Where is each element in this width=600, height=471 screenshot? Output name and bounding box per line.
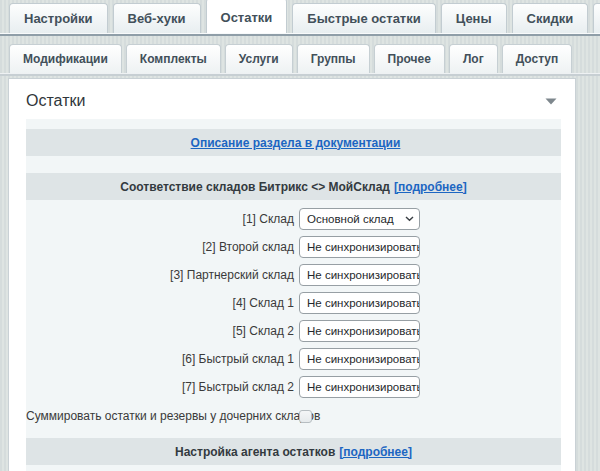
selected-value: Не синхронизировать [307,381,420,393]
sub-tab-divider [0,73,600,76]
selected-value: Не синхронизировать [307,353,420,365]
warehouse-label: [4] Склад 1 [26,296,294,310]
table-row: [3] Партнерский склад Не синхронизироват… [26,261,561,289]
sum-residues-checkbox[interactable] [299,410,312,423]
warehouse-label: [1] Склад [26,212,294,226]
tab-groups[interactable]: Группы [297,44,370,73]
warehouse-select-5[interactable]: Не синхронизировать [299,320,420,342]
table-row: [4] Склад 1 Не синхронизировать [26,289,561,317]
selected-value: Не синхронизировать [307,269,420,281]
tab-other[interactable]: Прочее [374,44,445,73]
warehouse-label: [5] Склад 2 [26,324,294,338]
table-row: [5] Склад 2 Не синхронизировать [26,317,561,345]
page-title: Остатки [26,92,85,110]
documentation-link[interactable]: Описание раздела в документации [191,136,401,150]
warehouse-select-6[interactable]: Не синхронизировать [299,348,420,370]
tab-log[interactable]: Лог [449,44,498,73]
warehouse-mapping-rows: [1] Склад Основной склад [2] Второй скла… [26,205,561,401]
agent-more-link[interactable]: [подробнее] [339,445,412,459]
warehouse-select-7[interactable]: Не синхронизировать [299,376,420,398]
main-tab-divider [0,33,600,36]
sub-tab-strip: Модификации Комплекты Услуги Группы Проч… [0,43,600,73]
warehouse-select-3[interactable]: Не синхронизировать [299,264,420,286]
sum-residues-label: Суммировать остатки и резервы у дочерних… [26,409,294,423]
table-row: [1] Склад Основной склад [26,205,561,233]
tab-quick-stocks[interactable]: Быстрые остатки [292,3,435,33]
tab-stocks[interactable]: Остатки [206,0,288,33]
main-tab-strip: Настройки Веб-хуки Остатки Быстрые остат… [0,0,600,33]
warehouse-select-4[interactable]: Не синхронизировать [299,292,420,314]
tab-modifications[interactable]: Модификации [9,44,122,73]
table-row: [7] Быстрый склад 2 Не синхронизировать [26,373,561,401]
collapse-section-button[interactable] [543,96,559,107]
warehouse-label: [7] Быстрый склад 2 [26,380,294,394]
panel-header: Остатки [9,79,575,119]
warehouse-section-header: Соответствие складов Битрикс <> МойСклад… [26,173,561,200]
agent-section-header: Настройка агента остатков [подробнее] [26,438,561,465]
tab-kits[interactable]: Комплекты [126,44,221,73]
tab-prices[interactable]: Цены [441,3,507,33]
warehouse-select-1[interactable]: Основной склад [299,208,420,230]
warehouse-more-link[interactable]: [подробнее] [394,180,467,194]
selected-value: Не синхронизировать [307,241,420,253]
warehouse-label: [2] Второй склад [26,240,294,254]
tab-webhooks[interactable]: Веб-хуки [113,3,201,33]
sum-residues-row: Суммировать остатки и резервы у дочерних… [26,407,561,425]
tab-settings[interactable]: Настройки [9,3,108,33]
warehouse-select-2[interactable]: Не синхронизировать [299,236,420,258]
settings-body: Описание раздела в документации Соответс… [26,119,561,471]
tab-access[interactable]: Доступ [502,44,573,73]
warehouse-label: [6] Быстрый склад 1 [26,352,294,366]
selected-value: Основной склад [307,213,394,225]
selected-value: Не синхронизировать [307,297,420,309]
doc-link-band: Описание раздела в документации [26,129,561,156]
table-row: [2] Второй склад Не синхронизировать [26,233,561,261]
stocks-panel: Остатки Описание раздела в документации … [8,78,576,471]
table-row: [6] Быстрый склад 1 Не синхронизировать [26,345,561,373]
selected-value: Не синхронизировать [307,325,420,337]
tab-products[interactable]: Товары [593,3,600,33]
triangle-down-icon [545,98,557,105]
agent-section-title: Настройка агента остатков [175,445,335,459]
tab-services[interactable]: Услуги [225,44,293,73]
chevron-down-icon [402,216,414,222]
tab-discounts[interactable]: Скидки [512,3,589,33]
warehouse-label: [3] Партнерский склад [26,268,294,282]
warehouse-section-title: Соответствие складов Битрикс <> МойСклад [120,180,390,194]
